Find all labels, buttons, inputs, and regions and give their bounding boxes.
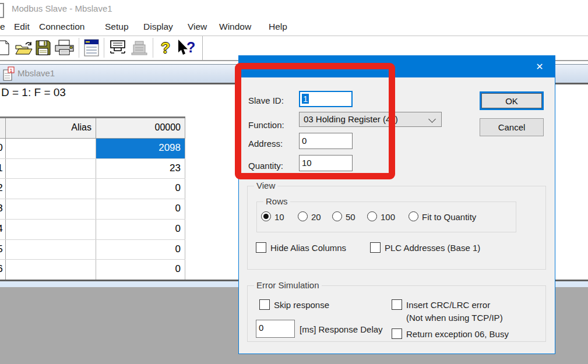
connection-icon <box>108 39 127 56</box>
value-cell[interactable]: 0 <box>96 260 185 280</box>
value-cell-selected[interactable]: 2098 <box>96 139 185 158</box>
open-file-button[interactable] <box>14 38 34 57</box>
rows-radio-20-label[interactable]: 20 <box>311 212 321 222</box>
insert-crc-checkbox[interactable] <box>392 299 402 310</box>
slave-status-line: D = 1: F = 03 <box>1 86 66 99</box>
row-number-cell: 2 <box>0 179 6 199</box>
view-groupbox: View Rows 10 20 50 100 Fit to Quantity H… <box>247 186 546 270</box>
response-delay-input[interactable]: 0 <box>256 320 295 338</box>
return-exception-checkbox[interactable] <box>392 328 402 339</box>
alias-cell[interactable] <box>6 199 96 219</box>
value-cell[interactable]: 0 <box>96 199 185 219</box>
hide-alias-label[interactable]: Hide Alias Columns <box>270 243 346 253</box>
svg-text:1: 1 <box>10 68 13 73</box>
grid-header-00000[interactable]: 00000 <box>96 118 185 138</box>
connection-disabled-icon <box>131 39 148 56</box>
menu-bar: e Edit Connection Setup Display View Win… <box>0 19 588 36</box>
screen: Modbus Slave - Mbslave1 e Edit Connectio… <box>0 0 588 364</box>
open-folder-icon <box>14 40 34 56</box>
rows-radio-fit[interactable] <box>409 211 418 221</box>
save-button[interactable] <box>34 38 52 57</box>
menu-item-display[interactable]: Display <box>143 19 173 35</box>
cancel-button[interactable]: Cancel <box>480 118 544 136</box>
grid-header-row: Alias 00000 <box>0 118 185 139</box>
svg-text:?: ? <box>186 39 195 55</box>
alias-cell[interactable] <box>6 260 96 280</box>
value-cell[interactable]: 0 <box>96 220 185 239</box>
display-setup-button[interactable] <box>82 38 101 57</box>
row-number-cell: 1 <box>0 159 6 179</box>
plc-addresses-checkbox[interactable] <box>370 242 381 253</box>
grid-row: 3 0 <box>0 199 185 220</box>
grid-corner-header <box>0 118 6 138</box>
toolbar-separator <box>153 38 153 58</box>
new-file-button[interactable] <box>0 38 12 57</box>
grid-row: 4 0 <box>0 220 185 240</box>
main-titlebar[interactable]: Modbus Slave - Mbslave1 <box>0 0 588 19</box>
rows-radio-10[interactable] <box>261 211 271 221</box>
response-delay-label: [ms] Response Delay <box>300 324 383 334</box>
new-document-icon <box>0 40 10 56</box>
rows-group-label: Rows <box>263 196 290 206</box>
grid-row: 2 0 <box>0 179 185 199</box>
disconnect-button[interactable] <box>129 38 150 57</box>
help-icon: ? <box>161 39 170 57</box>
alias-cell[interactable] <box>6 159 96 179</box>
connect-button[interactable] <box>108 38 128 57</box>
row-number-cell: 0 <box>0 139 6 158</box>
row-number-cell: 3 <box>0 199 6 219</box>
rows-radio-100-label[interactable]: 100 <box>381 212 395 222</box>
rows-groupbox: Rows 10 20 50 100 Fit to Quantity <box>256 202 516 232</box>
value-cell[interactable]: 0 <box>96 179 185 199</box>
insert-crc-label[interactable]: Insert CRC/LRC error <box>406 300 490 310</box>
print-button[interactable] <box>54 38 76 57</box>
rows-radio-20[interactable] <box>298 211 308 221</box>
ok-button[interactable]: OK <box>480 91 544 110</box>
child-window-title: Mbslave1 <box>17 68 55 78</box>
alias-cell[interactable] <box>6 139 96 158</box>
register-grid: Alias 00000 0 2098 1 23 2 0 3 0 <box>0 116 185 281</box>
rows-radio-10-label[interactable]: 10 <box>274 212 284 222</box>
rows-radio-fit-label[interactable]: Fit to Quantity <box>422 212 476 222</box>
value-cell[interactable]: 23 <box>96 159 185 179</box>
grid-row: 0 2098 <box>0 139 185 159</box>
row-number-cell: 4 <box>0 220 6 239</box>
rows-radio-50[interactable] <box>332 211 342 221</box>
save-icon <box>35 40 51 56</box>
window-title: Modbus Slave - Mbslave1 <box>12 3 112 13</box>
annotation-red-rectangle <box>235 63 395 179</box>
help-button[interactable]: ? <box>156 38 175 57</box>
alias-cell[interactable] <box>6 240 96 260</box>
menu-item-view[interactable]: View <box>188 19 207 35</box>
grid-row: 5 0 <box>0 240 185 260</box>
toolbar-edge <box>202 36 203 60</box>
error-simulation-groupbox: Error Simulation Skip response 0 [ms] Re… <box>247 285 546 342</box>
alias-cell[interactable] <box>6 220 96 239</box>
grid-header-alias[interactable]: Alias <box>6 118 96 138</box>
skip-response-checkbox[interactable] <box>259 299 270 310</box>
rows-radio-50-label[interactable]: 50 <box>346 212 355 222</box>
menu-item-connection[interactable]: Connection <box>39 19 84 35</box>
return-exception-label[interactable]: Return exception 06, Busy <box>406 329 509 339</box>
context-help-icon: ? <box>175 39 198 56</box>
view-group-label: View <box>254 181 277 190</box>
context-help-button[interactable]: ? <box>175 38 198 57</box>
close-icon[interactable]: ✕ <box>527 56 552 77</box>
mbslave-doc-icon: 1 <box>2 66 15 82</box>
insert-crc-note: (Not when using TCP/IP) <box>406 313 503 323</box>
chevron-down-icon <box>428 115 436 123</box>
menu-item-window[interactable]: Window <box>219 19 251 35</box>
rows-radio-100[interactable] <box>367 211 377 221</box>
menu-item-file[interactable]: e <box>0 19 5 35</box>
alias-cell[interactable] <box>6 179 96 199</box>
app-icon <box>0 3 4 18</box>
skip-response-label[interactable]: Skip response <box>274 300 329 310</box>
plc-addresses-label[interactable]: PLC Addresses (Base 1) <box>385 243 480 253</box>
error-group-label: Error Simulation <box>254 280 322 290</box>
grid-body: 0 2098 1 23 2 0 3 0 4 0 <box>0 139 185 280</box>
menu-item-setup[interactable]: Setup <box>105 19 129 35</box>
menu-item-help[interactable]: Help <box>269 19 287 35</box>
value-cell[interactable]: 0 <box>96 240 185 260</box>
hide-alias-checkbox[interactable] <box>256 242 266 253</box>
menu-item-edit[interactable]: Edit <box>14 19 30 35</box>
